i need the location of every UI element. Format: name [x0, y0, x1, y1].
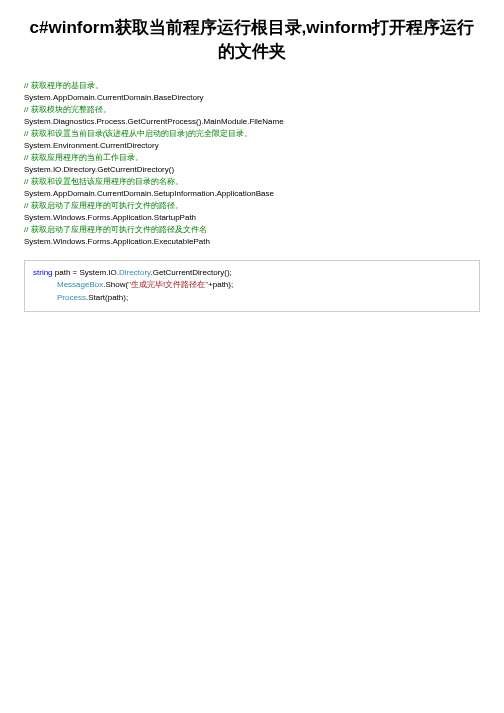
code-block: string path = System.IO.Directory.GetCur… — [24, 260, 480, 312]
code-line-2: MessageBox.Show("生成完毕!文件路径在"+path); — [33, 279, 471, 292]
class-name: MessageBox — [57, 280, 103, 289]
comment-line: // 获取和设置包括该应用程序的目录的名称。 — [24, 176, 480, 188]
string-literal: "生成完毕!文件路径在" — [128, 280, 208, 289]
keyword: string — [33, 268, 53, 277]
code-line-3: Process.Start(path); — [33, 292, 471, 305]
comment-line: // 获取程序的基目录。 — [24, 80, 480, 92]
comment-line: // 获取启动了应用程序的可执行文件的路径。 — [24, 200, 480, 212]
code-reference-line: System.Environment.CurrentDirectory — [24, 140, 480, 152]
code-text: .Show( — [103, 280, 128, 289]
code-text: .Start(path); — [86, 293, 128, 302]
code-text: .GetCurrentDirectory(); — [150, 268, 231, 277]
class-name: Process — [57, 293, 86, 302]
code-reference-line: System.Diagnostics.Process.GetCurrentPro… — [24, 116, 480, 128]
content-section: // 获取程序的基目录。System.AppDomain.CurrentDoma… — [24, 80, 480, 248]
comment-line: // 获取应用程序的当前工作目录。 — [24, 152, 480, 164]
code-reference-line: System.Windows.Forms.Application.Startup… — [24, 212, 480, 224]
comment-line: // 获取启动了应用程序的可执行文件的路径及文件名 — [24, 224, 480, 236]
code-text: path = System.IO. — [53, 268, 119, 277]
code-reference-line: System.AppDomain.CurrentDomain.SetupInfo… — [24, 188, 480, 200]
comment-line: // 获取模块的完整路径。 — [24, 104, 480, 116]
code-text: +path); — [208, 280, 233, 289]
class-name: Directory — [119, 268, 150, 277]
code-reference-line: System.AppDomain.CurrentDomain.BaseDirec… — [24, 92, 480, 104]
code-reference-line: System.Windows.Forms.Application.Executa… — [24, 236, 480, 248]
comment-line: // 获取和设置当前目录(该进程从中启动的目录)的完全限定目录。 — [24, 128, 480, 140]
code-reference-line: System.IO.Directory.GetCurrentDirectory(… — [24, 164, 480, 176]
page-title: c#winform获取当前程序运行根目录,winform打开程序运行的文件夹 — [24, 16, 480, 64]
code-line-1: string path = System.IO.Directory.GetCur… — [33, 267, 471, 280]
